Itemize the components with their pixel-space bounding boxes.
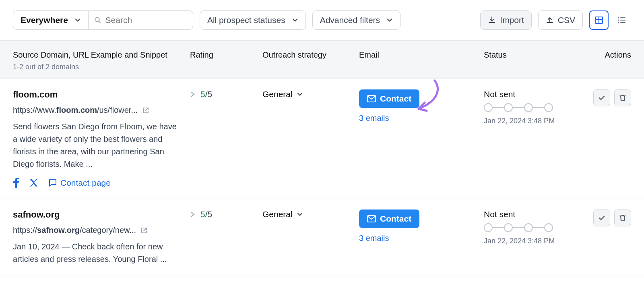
chevron-right-icon [190, 91, 196, 97]
trash-icon [619, 214, 627, 222]
csv-button[interactable]: CSV [538, 10, 583, 30]
mark-done-button[interactable] [593, 89, 610, 106]
table-view-button[interactable] [589, 10, 609, 30]
status-filter-dropdown[interactable]: All prospect statuses [200, 10, 306, 30]
status-label: Not sent [484, 89, 592, 99]
status-date: Jan 22, 2024 3:48 PM [484, 237, 592, 245]
snippet-text: Send flowers San Diego from Floom, we ha… [13, 120, 182, 170]
chevron-down-icon [386, 17, 393, 23]
delete-button[interactable] [614, 89, 631, 106]
col-email-label: Email [359, 50, 484, 60]
col-strategy-label: Outreach strategy [262, 50, 359, 60]
status-label: Not sent [484, 210, 592, 219]
import-button[interactable]: Import [480, 10, 532, 30]
mail-icon [367, 215, 376, 222]
external-link-icon [140, 226, 148, 234]
upload-icon [546, 16, 554, 24]
url-example[interactable]: https://www.floom.com/us/flower... [13, 106, 190, 115]
chevron-down-icon [297, 211, 303, 218]
url-example[interactable]: https://safnow.org/category/new... [13, 226, 190, 235]
expand-row-button[interactable] [190, 212, 196, 217]
search-icon [94, 16, 101, 24]
chevron-right-icon [190, 212, 196, 217]
strategy-dropdown[interactable]: General [262, 89, 303, 99]
svg-point-7 [618, 22, 619, 23]
chevron-down-icon [292, 17, 298, 23]
strategy-dropdown[interactable]: General [262, 210, 303, 219]
svg-point-6 [618, 20, 619, 21]
external-link-icon [142, 106, 150, 114]
emails-link[interactable]: 3 emails [359, 234, 484, 243]
x-twitter-icon[interactable] [29, 178, 39, 188]
col-rating-label: Rating [190, 50, 262, 60]
trash-icon [619, 94, 627, 102]
check-icon [598, 214, 606, 222]
search-input-wrap[interactable] [89, 10, 193, 30]
message-icon [48, 178, 57, 187]
delete-button[interactable] [614, 210, 631, 226]
result-count: 1-2 out of 2 domains [13, 63, 190, 71]
domain-name: floom.com [13, 89, 190, 100]
download-icon [488, 16, 496, 24]
toolbar: Everywhere All prospect statuses Advance… [0, 0, 644, 40]
import-label: Import [500, 15, 524, 25]
table-icon [594, 15, 604, 25]
contact-button[interactable]: Contact [359, 89, 419, 108]
snippet-text: Jan 10, 2024 — Check back often for new … [13, 241, 182, 266]
col-status-label: Status [484, 50, 592, 60]
list-icon [617, 15, 626, 25]
svg-point-0 [95, 17, 99, 22]
contact-button[interactable]: Contact [359, 210, 419, 228]
scope-dropdown[interactable]: Everywhere [13, 10, 89, 30]
mark-done-button[interactable] [593, 210, 610, 226]
status-filter-label: All prospect statuses [207, 15, 285, 25]
status-date: Jan 22, 2024 3:48 PM [484, 117, 592, 125]
scope-label: Everywhere [21, 15, 68, 25]
csv-label: CSV [558, 15, 575, 25]
table-row: floom.com https://www.floom.com/us/flowe… [0, 79, 644, 199]
social-links: Contact page [13, 178, 190, 188]
emails-link[interactable]: 3 emails [359, 114, 484, 123]
table-row: safnow.org https://safnow.org/category/n… [0, 199, 644, 276]
check-icon [598, 94, 606, 102]
contact-page-link[interactable]: Contact page [48, 178, 111, 188]
rating-value: 5/5 [200, 89, 212, 99]
domain-name: safnow.org [13, 210, 190, 220]
svg-line-1 [99, 21, 101, 23]
search-input[interactable] [105, 15, 187, 25]
mail-icon [367, 95, 376, 102]
status-progress [484, 103, 592, 112]
advanced-filters-label: Advanced filters [320, 15, 380, 25]
search-group: Everywhere [13, 10, 193, 30]
view-toggle [589, 10, 631, 30]
svg-rect-2 [595, 17, 603, 23]
status-progress [484, 223, 592, 232]
rating-value: 5/5 [200, 210, 212, 219]
table-header: Source Domain, URL Example and Snippet 1… [0, 40, 644, 79]
chevron-down-icon [74, 17, 81, 23]
svg-point-5 [618, 17, 619, 19]
advanced-filters-dropdown[interactable]: Advanced filters [312, 10, 400, 30]
expand-row-button[interactable] [190, 91, 196, 97]
facebook-icon[interactable] [13, 178, 19, 188]
col-source-label: Source Domain, URL Example and Snippet [13, 50, 190, 60]
list-view-button[interactable] [612, 10, 631, 30]
col-actions-label: Actions [592, 50, 631, 60]
chevron-down-icon [297, 91, 303, 97]
